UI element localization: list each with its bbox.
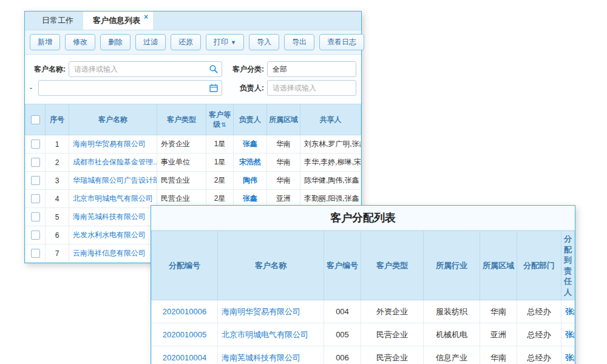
cell-name: 海南芜城科技有限公司 xyxy=(69,208,157,226)
name-link[interactable]: 海南芜城科技有限公司 xyxy=(222,353,300,362)
alloc_no-link[interactable]: 2020010005 xyxy=(163,330,206,339)
cell-type: 民营企业 xyxy=(361,346,424,364)
name-link[interactable]: 海南明华贸易有限公司 xyxy=(73,140,146,148)
tab-label: 客户信息列表 xyxy=(93,15,140,26)
col-header-name: 客户名称 xyxy=(69,104,157,135)
restore-button[interactable]: 还原 xyxy=(171,34,201,50)
print-button[interactable]: 打印▼ xyxy=(206,34,244,50)
name-link[interactable]: 光发水利水电有限公司 xyxy=(73,231,146,239)
row-checkbox[interactable] xyxy=(31,158,40,167)
row-checkbox[interactable] xyxy=(31,249,40,258)
cell-region: 亚洲 xyxy=(480,323,517,346)
cell-no: 4 xyxy=(46,190,69,208)
add-button[interactable]: 新增 xyxy=(30,34,60,50)
caret-down-icon: ▼ xyxy=(231,39,236,46)
cell-name: 成都市社会保险基金管理... xyxy=(69,153,157,172)
cell-shared: 陈华健,陶伟,张鑫 xyxy=(300,172,361,190)
alloc_no-link[interactable]: 2020010006 xyxy=(163,307,206,316)
name-link[interactable]: 海南芜城科技有限公司 xyxy=(73,212,146,221)
cell-select xyxy=(25,244,46,263)
cell-region: 华南 xyxy=(480,346,517,364)
row-checkbox[interactable] xyxy=(31,212,40,221)
row-checkbox[interactable] xyxy=(31,231,40,240)
col-header-level[interactable]: 客户等级⇅ xyxy=(206,104,234,135)
customer-name-field xyxy=(69,61,222,77)
col-header-region: 所属区域 xyxy=(480,231,517,300)
cell-assignee: 张鑫 xyxy=(561,300,575,323)
cell-industry: 机械机电 xyxy=(424,323,480,346)
table-row: 2020010006海南明华贸易有限公司004外资企业服装纺织华南总经办张鑫 xyxy=(152,300,575,323)
allocation-title: 客户分配列表 xyxy=(151,206,575,231)
owner-link[interactable]: 陶伟 xyxy=(243,176,257,184)
cell-cust_no: 005 xyxy=(324,323,361,346)
cell-no: 2 xyxy=(46,153,69,172)
cell-cust_no: 006 xyxy=(324,346,361,364)
date-range-separator: - xyxy=(30,84,38,92)
row-checkbox[interactable] xyxy=(31,140,40,149)
category-select[interactable]: 全部 xyxy=(267,61,356,77)
name-link[interactable]: 云南海祥信息有限公司 xyxy=(73,249,146,257)
calendar-icon[interactable] xyxy=(209,83,219,93)
col-header-shared: 共享人 xyxy=(300,104,361,135)
cell-level: 2星 xyxy=(206,172,234,190)
cell-name: 海南明华贸易有限公司 xyxy=(69,135,157,153)
cell-shared: 刘东林,罗广明,张鑫 xyxy=(300,135,361,153)
owner-link[interactable]: 宋浩然 xyxy=(239,158,261,166)
tab-bar: 日常工作客户信息列表× xyxy=(25,12,361,30)
filter-row-1: 客户名称: 客户分类: 全部 xyxy=(30,61,356,77)
cell-owner: 张鑫 xyxy=(234,135,267,153)
cell-name: 北京市明城电气有限公司 xyxy=(69,190,157,208)
name-link[interactable]: 北京市明城电气有限公司 xyxy=(222,330,308,339)
col-header-select xyxy=(25,104,46,135)
cell-name: 海南芜城科技有限公司 xyxy=(218,346,324,364)
assignee-link[interactable]: 张鑫 xyxy=(565,353,575,362)
name-link[interactable]: 华瑞城有限公司广告设计部 xyxy=(73,176,157,184)
view-log-button[interactable]: 查看日志 xyxy=(319,34,364,50)
col-header-no: 序号 xyxy=(46,104,69,135)
sort-icon[interactable]: ⇅ xyxy=(221,121,226,128)
date-input[interactable] xyxy=(38,80,222,96)
import-button[interactable]: 导入 xyxy=(249,34,279,50)
col-header-assignee: 分配到责任人 xyxy=(561,231,575,300)
name-link[interactable]: 北京市明城电气有限公司 xyxy=(73,194,153,203)
name-link[interactable]: 海南明华贸易有限公司 xyxy=(222,307,300,316)
table-row: 1海南明华贸易有限公司外资企业1星张鑫华南刘东林,罗广明,张鑫 xyxy=(25,135,361,153)
owner-link[interactable]: 张鑫 xyxy=(243,194,257,203)
col-header-dept: 分配部门 xyxy=(517,231,561,300)
tab-customer-info-list[interactable]: 客户信息列表× xyxy=(83,12,153,30)
header-row: 分配编号客户名称客户编号客户类型所属行业所属区域分配部门分配到责任人 xyxy=(152,231,575,300)
date-field xyxy=(38,80,222,96)
cell-select xyxy=(25,153,46,172)
row-checkbox[interactable] xyxy=(31,194,40,203)
assignee-link[interactable]: 张鑫 xyxy=(565,330,575,339)
tab-label: 日常工作 xyxy=(42,15,73,26)
cell-select xyxy=(25,135,46,153)
close-icon[interactable]: × xyxy=(144,13,148,21)
tab-daily-work[interactable]: 日常工作 xyxy=(32,12,83,30)
owner-field xyxy=(267,80,356,96)
alloc_no-link[interactable]: 2020010004 xyxy=(163,353,206,362)
cell-no: 6 xyxy=(46,226,69,244)
cell-name: 海南明华贸易有限公司 xyxy=(218,300,324,323)
search-icon[interactable] xyxy=(209,64,219,74)
assignee-link[interactable]: 张鑫 xyxy=(565,307,575,316)
cell-name: 北京市明城电气有限公司 xyxy=(218,323,324,346)
row-checkbox[interactable] xyxy=(31,176,40,185)
owner-input[interactable] xyxy=(267,80,356,96)
delete-button[interactable]: 删除 xyxy=(100,34,131,50)
cell-dept: 总经办 xyxy=(517,323,561,346)
filter-row-2: - 负责人: xyxy=(30,80,356,96)
cell-assignee: 张鑫 xyxy=(561,346,575,364)
cell-alloc_no: 2020010005 xyxy=(152,323,218,346)
owner-link[interactable]: 张鑫 xyxy=(243,140,257,148)
cell-name: 光发水利水电有限公司 xyxy=(69,226,157,244)
cell-type: 外资企业 xyxy=(157,135,206,153)
name-link[interactable]: 成都市社会保险基金管理... xyxy=(73,158,157,166)
cell-region: 华南 xyxy=(267,135,300,153)
select-all-checkbox[interactable] xyxy=(31,115,40,124)
edit-button[interactable]: 修改 xyxy=(65,34,95,50)
customer-name-input[interactable] xyxy=(69,61,222,77)
export-button[interactable]: 导出 xyxy=(284,34,314,50)
cell-owner: 陶伟 xyxy=(234,172,267,190)
filter-button[interactable]: 过滤 xyxy=(135,34,166,50)
